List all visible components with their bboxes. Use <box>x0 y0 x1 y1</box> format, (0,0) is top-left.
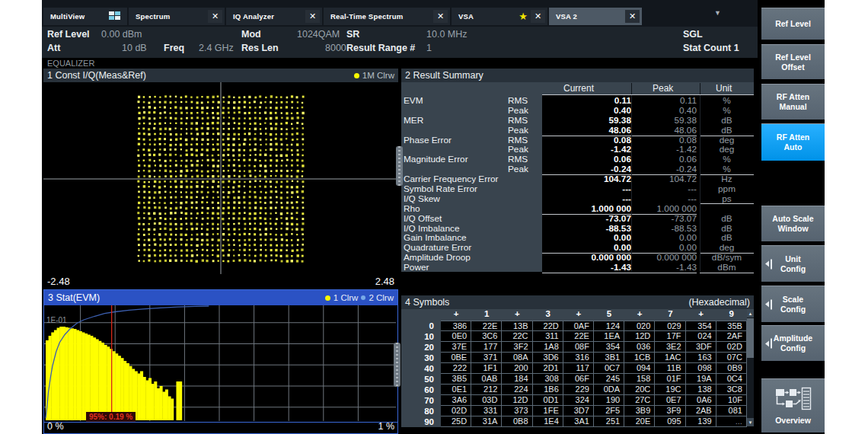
symbol-cell: 098 <box>686 363 716 374</box>
symbol-cell: 224 <box>502 385 532 395</box>
softkey-auto-scale-window[interactable]: Auto ScaleWindow <box>761 206 825 241</box>
result-name: I/Q Imbalance <box>401 223 542 233</box>
symbols-col-header: + <box>441 309 471 321</box>
result-row: Power-1.43-1.43dBm <box>401 262 754 272</box>
symbols-row-label: 40 <box>401 363 441 374</box>
scrollbar-thumb[interactable] <box>747 318 754 358</box>
symbol-cell: 163 <box>686 353 716 363</box>
panel-result-summary: 2 Result Summary Current Peak Unit EVMRM… <box>401 69 754 294</box>
symbols-col-header: + <box>502 309 532 321</box>
panel-symbols-title: 4 Symbols <box>405 297 449 308</box>
result-summary-column-headers: Current Peak Unit <box>401 82 754 95</box>
softkey-ref-level-offset[interactable]: Ref LevelOffset <box>761 44 825 79</box>
constellation-plot[interactable] <box>43 82 398 274</box>
symbol-cell: 2D1 <box>533 363 563 374</box>
symbol-cell: 20E <box>624 416 655 427</box>
result-name: Gain Imbalance <box>401 232 542 242</box>
symbol-cell: 3C8 <box>716 385 747 395</box>
symbol-cell: 139 <box>686 416 716 427</box>
symbols-scrollbar[interactable]: ▲ ▼ <box>747 309 754 426</box>
tab-overflow-caret[interactable]: ▼ <box>714 9 721 17</box>
result-peak-value: -73.07 <box>631 213 697 224</box>
tab-vsa[interactable]: VSA★✕ <box>452 8 547 25</box>
symbol-cell: 0AB <box>471 374 502 385</box>
symbol-cell: 25D <box>441 416 471 427</box>
vertical-splitter-handle-top[interactable] <box>396 146 403 186</box>
tab-spectrum[interactable]: Spectrum✕ <box>129 8 225 25</box>
panel-const-header[interactable]: 1 Const I/Q(Meas&Ref) 1M Clrw <box>43 69 398 82</box>
trace2-dot-icon <box>361 295 365 300</box>
tab-close-icon[interactable]: ✕ <box>208 10 222 23</box>
symbol-cell: 08A <box>502 353 532 363</box>
sgl-badge[interactable]: SGL <box>683 29 703 40</box>
symbol-cell: 184 <box>502 374 532 385</box>
result-row: EVMRMS0.110.11% <box>401 95 754 105</box>
result-range-value[interactable]: 1 <box>426 43 432 53</box>
symbol-cell: 19C <box>655 385 685 395</box>
symbol-cell: 386 <box>441 321 471 331</box>
tab-iq-analyzer[interactable]: IQ Analyzer✕ <box>226 8 322 25</box>
tab-close-icon[interactable]: ✕ <box>625 10 640 23</box>
tab-real-time-spectrum[interactable]: Real-Time Spectrum✕ <box>324 8 450 25</box>
symbol-cell: 0DA <box>594 385 624 395</box>
tab-close-icon[interactable]: ✕ <box>531 10 545 23</box>
result-name: Peak <box>401 105 542 115</box>
tab-label: IQ Analyzer <box>226 12 274 21</box>
symbol-cell: 12D <box>502 395 532 406</box>
result-peak-value: --- <box>631 183 697 194</box>
softkey-label: Auto Scale <box>772 214 813 224</box>
tab-multiview[interactable]: MultiView <box>43 8 127 25</box>
result-peak-value: 0.40 <box>631 105 697 116</box>
softkey-scale-config[interactable]: ScaleConfig <box>761 286 825 322</box>
scroll-down-icon[interactable]: ▼ <box>747 418 754 426</box>
constellation-x-axis: -2.48 2.48 <box>43 274 398 289</box>
res-len-value[interactable]: 8000 <box>325 43 346 53</box>
softkey-rf-atten-auto[interactable]: RF AttenAuto <box>761 123 825 161</box>
tab-label: MultiView <box>43 12 85 21</box>
softkey-unit-config[interactable]: UnitConfig <box>761 245 825 282</box>
scroll-up-icon[interactable]: ▲ <box>747 309 754 318</box>
softkey-rf-atten-manual[interactable]: RF AttenManual <box>761 84 825 120</box>
const-x-max: 2.48 <box>375 276 394 287</box>
vertical-splitter-handle-bottom[interactable] <box>394 343 400 387</box>
result-name: MERRMS <box>401 115 542 125</box>
result-row: Peak-1.42-1.42deg <box>401 144 754 154</box>
symbols-col-header: + <box>563 309 594 321</box>
softkey-amplitude-config[interactable]: AmplitudeConfig <box>761 325 825 361</box>
tab-vsa-2[interactable]: VSA 2✕ <box>549 8 642 25</box>
result-current-value: --- <box>542 193 631 204</box>
att-value[interactable]: 10 dB <box>122 43 147 53</box>
panel-stat-header[interactable]: 3 Stat(EVM) 1 Clrw 2 Clrw <box>44 290 397 305</box>
stat-x-max: 1 % <box>378 421 394 432</box>
submenu-arrow-icon <box>765 339 772 349</box>
symbols-col-header: + <box>624 309 655 321</box>
submenu-arrow-icon <box>765 259 772 269</box>
freq-value[interactable]: 2.4 GHz <box>199 43 234 53</box>
tab-close-icon[interactable]: ✕ <box>305 10 320 23</box>
softkey-label: Offset <box>781 62 804 72</box>
panel-stat-title: 3 Stat(EVM) <box>48 292 100 303</box>
symbol-cell: 1AC <box>655 353 685 363</box>
symbol-cell: 024 <box>686 331 716 342</box>
symbol-cell: 02D <box>716 342 747 353</box>
result-row: Magnitude ErrorRMS0.060.06% <box>401 154 754 164</box>
sr-value[interactable]: 10.0 MHz <box>426 29 468 40</box>
ref-level-value[interactable]: 0.00 dBm <box>101 29 142 40</box>
result-name: Peak <box>401 125 542 135</box>
softkey-label: Auto <box>784 142 803 152</box>
panel-symbols-header[interactable]: 4 Symbols (Hexadecimal) <box>401 295 754 309</box>
result-unit: % <box>700 105 754 116</box>
tab-close-icon[interactable]: ✕ <box>433 10 448 23</box>
result-peak-value: 104.72 <box>631 174 697 184</box>
softkey-label: Overview <box>775 416 811 426</box>
softkey-overview[interactable]: Overview <box>761 378 825 432</box>
panel-result-header[interactable]: 2 Result Summary <box>401 69 754 82</box>
stat-count-badge[interactable]: Stat Count 1 <box>683 43 739 53</box>
evm-histogram-plot[interactable]: 1E-01 95%: 0.19 % <box>44 305 397 423</box>
symbol-cell: 37E <box>441 342 471 353</box>
result-current-value: --- <box>542 183 631 194</box>
symbols-row-label: 60 <box>401 385 441 395</box>
result-row: Carrier Frequency Error104.72104.72Hz <box>401 174 754 183</box>
softkey-ref-level[interactable]: Ref Level <box>761 8 825 40</box>
mod-value[interactable]: 1024QAM <box>297 29 340 40</box>
